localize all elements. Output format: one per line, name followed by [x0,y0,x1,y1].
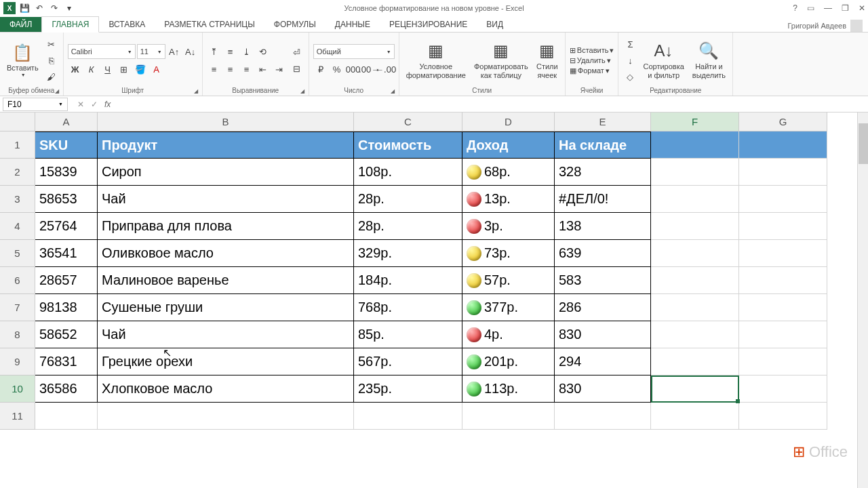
cell-G2[interactable] [739,159,827,186]
cell-E9[interactable]: 294 [555,348,651,375]
number-format-select[interactable]: Общий▼ [313,44,395,59]
cell-B7[interactable]: Сушеные груши [98,294,354,321]
cell-A6[interactable]: 28657 [35,267,98,294]
decrease-decimal-icon[interactable]: ←.00 [378,62,393,77]
cell-G4[interactable] [739,213,827,240]
cell-C8[interactable]: 85р. [354,321,462,348]
bold-icon[interactable]: Ж [68,62,83,77]
align-right-icon[interactable]: ≡ [239,62,254,77]
cell-G11[interactable] [739,403,827,430]
close-icon[interactable]: ✕ [859,3,865,13]
indent-decrease-icon[interactable]: ⇤ [256,62,271,77]
cell-D7[interactable]: 377р. [462,294,555,321]
cell-B9[interactable]: Грецкие орехи [98,348,354,375]
align-top-icon[interactable]: ⤒ [207,44,222,59]
tab-formulas[interactable]: ФОРМУЛЫ [264,17,326,32]
cell-D8[interactable]: 4р. [462,321,555,348]
currency-icon[interactable]: ₽ [313,62,328,77]
fx-icon[interactable]: fx [104,100,111,109]
cell-F3[interactable] [651,186,739,213]
row-header-6[interactable]: 6 [0,267,35,294]
row-header-9[interactable]: 9 [0,348,35,375]
help-icon[interactable]: ? [793,3,797,13]
column-header-D[interactable]: D [462,113,555,131]
cell-D2[interactable]: 68р. [462,159,555,186]
cell-A11[interactable] [35,403,98,430]
tab-view[interactable]: ВИД [477,17,513,32]
fill-color-icon[interactable]: 🪣 [133,62,148,77]
italic-icon[interactable]: К [84,62,99,77]
column-header-E[interactable]: E [555,113,651,131]
cell-E3[interactable]: #ДЕЛ/0! [555,186,651,213]
paste-button[interactable]: 📋 Вставить ▼ [4,41,41,80]
cell-B5[interactable]: Оливковое масло [98,240,354,267]
cell-E1[interactable]: На складе [555,131,651,159]
cell-C6[interactable]: 184р. [354,267,462,294]
undo-icon[interactable]: ↶ [33,1,46,15]
cell-B3[interactable]: Чай [98,186,354,213]
cell-F1[interactable] [651,131,739,159]
tab-file[interactable]: ФАЙЛ [0,17,41,32]
fill-icon[interactable]: ↓ [623,53,637,68]
row-header-11[interactable]: 11 [0,403,35,430]
cell-G1[interactable] [739,131,827,159]
cell-B2[interactable]: Сироп [98,159,354,186]
align-middle-icon[interactable]: ≡ [223,44,238,59]
delete-cells-button[interactable]: ⊟ Удалить ▾ [570,56,614,65]
cell-E11[interactable] [555,403,651,430]
cell-G6[interactable] [739,267,827,294]
column-header-G[interactable]: G [739,113,827,131]
vertical-scrollbar[interactable] [857,113,868,488]
row-header-8[interactable]: 8 [0,321,35,348]
cell-C4[interactable]: 28р. [354,213,462,240]
cell-styles-button[interactable]: ▦Стили ячеек [534,39,561,81]
cell-F7[interactable] [651,294,739,321]
user-account[interactable]: Григорий Авдеев [787,20,868,32]
minimize-icon[interactable]: — [824,3,832,13]
cell-F5[interactable] [651,240,739,267]
find-select-button[interactable]: 🔍Найти и выделить [690,39,728,81]
format-painter-icon[interactable]: 🖌 [44,69,59,84]
decrease-font-icon[interactable]: A↓ [183,44,198,59]
cell-G7[interactable] [739,294,827,321]
cell-D9[interactable]: 201р. [462,348,555,375]
cell-D3[interactable]: 13р. [462,186,555,213]
cell-A8[interactable]: 58652 [35,321,98,348]
orientation-icon[interactable]: ⟲ [256,44,271,59]
cell-D1[interactable]: Доход [462,131,555,159]
row-header-7[interactable]: 7 [0,294,35,321]
enter-formula-icon[interactable]: ✓ [91,100,98,109]
cell-D6[interactable]: 57р. [462,267,555,294]
cell-C7[interactable]: 768р. [354,294,462,321]
clear-icon[interactable]: ◇ [623,69,637,84]
cell-C11[interactable] [354,403,462,430]
cell-E2[interactable]: 328 [555,159,651,186]
cell-B6[interactable]: Малиновое варенье [98,267,354,294]
borders-icon[interactable]: ⊞ [117,62,132,77]
row-header-1[interactable]: 1 [0,131,35,159]
format-cells-button[interactable]: ▦ Формат ▾ [570,66,614,75]
row-header-3[interactable]: 3 [0,186,35,213]
format-as-table-button[interactable]: ▦Форматировать как таблицу [471,39,531,81]
cancel-formula-icon[interactable]: ✕ [77,100,84,109]
conditional-formatting-button[interactable]: ▦Условное форматирование [403,39,469,81]
insert-cells-button[interactable]: ⊞ Вставить ▾ [570,46,614,55]
cell-F6[interactable] [651,267,739,294]
cell-G3[interactable] [739,186,827,213]
cell-A3[interactable]: 58653 [35,186,98,213]
row-header-5[interactable]: 5 [0,240,35,267]
cell-G9[interactable] [739,348,827,375]
cell-A10[interactable]: 36586 [35,375,98,403]
cell-G8[interactable] [739,321,827,348]
select-all-corner[interactable] [0,113,35,131]
tab-insert[interactable]: ВСТАВКА [99,17,155,32]
underline-icon[interactable]: Ч [100,62,115,77]
cell-C1[interactable]: Стоимость [354,131,462,159]
column-header-F[interactable]: F [651,113,739,131]
cell-B4[interactable]: Приправа для плова [98,213,354,240]
indent-increase-icon[interactable]: ⇥ [272,62,287,77]
cell-D4[interactable]: 3р. [462,213,555,240]
cell-F4[interactable] [651,213,739,240]
align-bottom-icon[interactable]: ⤓ [239,44,254,59]
cell-C5[interactable]: 329р. [354,240,462,267]
